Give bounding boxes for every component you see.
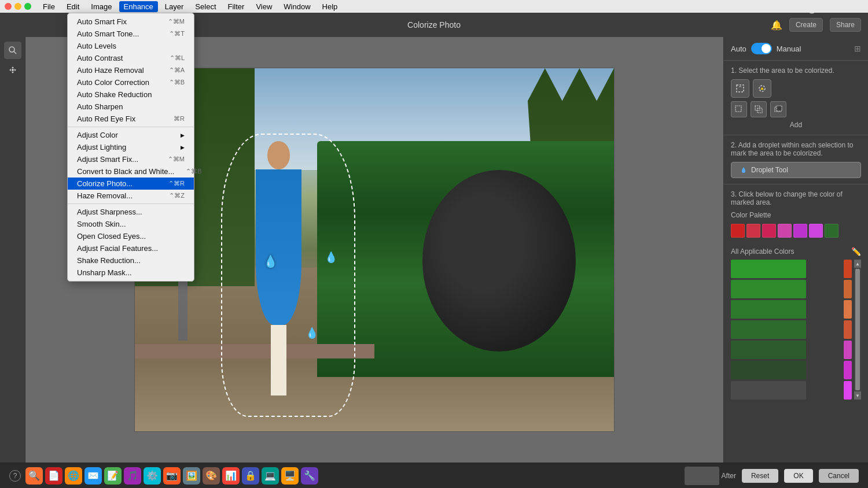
- menu-adjust-smart-fix[interactable]: Adjust Smart Fix... ⌃⌘M: [68, 153, 194, 165]
- reset-button[interactable]: Reset: [742, 469, 778, 483]
- dock-app3[interactable]: ✉️: [84, 467, 102, 485]
- create-button[interactable]: Create: [789, 18, 823, 32]
- color-bar-5[interactable]: [731, 341, 806, 359]
- sel-add[interactable]: [751, 101, 767, 117]
- menu-edit[interactable]: Edit: [62, 1, 84, 12]
- swatch-purple[interactable]: [793, 224, 807, 238]
- svg-point-2: [12, 69, 14, 71]
- side-color-1[interactable]: [844, 260, 852, 278]
- move-tool[interactable]: [4, 61, 21, 79]
- minimize-button[interactable]: [14, 3, 21, 10]
- menu-file[interactable]: File: [38, 1, 60, 12]
- close-button[interactable]: [5, 3, 12, 10]
- menu-adjust-sharpness[interactable]: Adjust Sharpness...: [68, 206, 194, 218]
- menu-filter[interactable]: Filter: [223, 1, 249, 12]
- dock-app1[interactable]: 📄: [45, 467, 62, 485]
- color-bar-1[interactable]: [731, 260, 806, 278]
- dock-app8[interactable]: 🖼️: [183, 467, 200, 485]
- color-bar-7[interactable]: [731, 381, 806, 400]
- dock-app9[interactable]: 🎨: [203, 467, 220, 485]
- selection-tool-1[interactable]: [731, 79, 749, 98]
- dock-app7[interactable]: 📷: [163, 467, 181, 485]
- menu-auto-shake[interactable]: Auto Shake Reduction: [68, 88, 194, 101]
- menu-auto-haze[interactable]: Auto Haze Removal ⌃⌘A: [68, 64, 194, 76]
- dock-app5[interactable]: 🎵: [124, 467, 141, 485]
- menu-view[interactable]: View: [251, 1, 277, 12]
- color-scrollbar[interactable]: ▲ ▼: [854, 260, 861, 400]
- menu-colorize-photo[interactable]: Colorize Photo... ⌃⌘R: [68, 178, 194, 190]
- menu-auto-red-eye[interactable]: Auto Red Eye Fix ⌘R: [68, 113, 194, 125]
- dock-app4[interactable]: 📝: [104, 467, 122, 485]
- scroll-down-arrow[interactable]: ▼: [854, 391, 861, 400]
- menu-auto-sharpen[interactable]: Auto Sharpen: [68, 101, 194, 113]
- dock-app6[interactable]: ⚙️: [144, 467, 161, 485]
- maximize-button[interactable]: [24, 3, 31, 10]
- menu-shake-reduction[interactable]: Shake Reduction...: [68, 254, 194, 267]
- side-color-3[interactable]: [844, 300, 852, 319]
- auto-label: Auto: [731, 45, 746, 53]
- selection-tool-2[interactable]: [753, 79, 771, 98]
- menu-layer[interactable]: Layer: [160, 1, 189, 12]
- menu-adjust-color[interactable]: Adjust Color: [68, 129, 194, 141]
- mode-toggle[interactable]: [751, 43, 772, 54]
- menu-window[interactable]: Window: [279, 1, 315, 12]
- swatch-magenta[interactable]: [778, 224, 792, 238]
- menu-enhance[interactable]: Enhance: [119, 1, 158, 12]
- swatch-pink[interactable]: [746, 224, 760, 238]
- side-color-4[interactable]: [844, 320, 852, 339]
- swatch-rose[interactable]: [762, 224, 776, 238]
- search-tool[interactable]: [4, 42, 21, 59]
- menu-open-eyes[interactable]: Open Closed Eyes...: [68, 230, 194, 242]
- color-bar-4[interactable]: [731, 320, 806, 339]
- menu-adjust-lighting[interactable]: Adjust Lighting: [68, 141, 194, 153]
- share-button[interactable]: Share: [830, 18, 861, 32]
- side-color-6[interactable]: [844, 361, 852, 379]
- panel-expand-icon[interactable]: ⊞: [854, 44, 861, 53]
- swatch-violet[interactable]: [809, 224, 823, 238]
- dock-finder[interactable]: 🔍: [25, 467, 43, 485]
- menu-auto-smart-tone[interactable]: Auto Smart Tone... ⌃⌘T: [68, 28, 194, 40]
- droplet-tool-button[interactable]: Droplet Tool: [731, 162, 861, 178]
- scroll-up-arrow[interactable]: ▲: [854, 260, 861, 268]
- page-title: Colorize Photo: [407, 20, 461, 29]
- menu-auto-color[interactable]: Auto Color Correction ⌃⌘B: [68, 76, 194, 88]
- svg-line-1: [14, 51, 16, 54]
- figure-dress: [256, 169, 301, 325]
- ok-button[interactable]: OK: [784, 469, 812, 483]
- side-color-5[interactable]: [844, 341, 852, 359]
- dock-app11[interactable]: 🔒: [242, 467, 259, 485]
- bell-icon[interactable]: 🔔: [771, 20, 782, 31]
- dock-app10[interactable]: 📊: [222, 467, 240, 485]
- swatch-green[interactable]: [825, 224, 838, 238]
- manual-label: Manual: [777, 45, 801, 53]
- menu-smooth-skin[interactable]: Smooth Skin...: [68, 218, 194, 230]
- cancel-button[interactable]: Cancel: [819, 469, 859, 483]
- menu-help[interactable]: Help: [318, 1, 343, 12]
- dock-app14[interactable]: 🔧: [301, 467, 318, 485]
- menu-unsharp-mask[interactable]: Unsharp Mask...: [68, 267, 194, 279]
- dock-app2[interactable]: 🌐: [65, 467, 82, 485]
- color-bar-3[interactable]: [731, 300, 806, 319]
- sel-new[interactable]: [731, 101, 747, 117]
- side-color-7[interactable]: [844, 381, 852, 400]
- dock-app13[interactable]: 🖥️: [281, 467, 299, 485]
- side-color-2[interactable]: [844, 280, 852, 298]
- menu-auto-levels[interactable]: Auto Levels: [68, 40, 194, 52]
- menu-convert-bw[interactable]: Convert to Black and White... ⌃⌘B: [68, 165, 194, 178]
- menu-adjust-facial[interactable]: Adjust Facial Features...: [68, 242, 194, 254]
- edit-colors-icon[interactable]: ✏️: [851, 247, 861, 256]
- help-button[interactable]: ?: [9, 470, 21, 482]
- sel-subtract[interactable]: [770, 101, 786, 117]
- menu-select[interactable]: Select: [190, 1, 220, 12]
- add-button[interactable]: Add: [731, 121, 861, 129]
- swatch-red[interactable]: [731, 224, 745, 238]
- bottom-left: ? 🔍 📄 🌐 ✉️ 📝 🎵 ⚙️ 📷 🖼️ 🎨 📊 🔒 💻 🖥️ 🔧: [9, 467, 318, 485]
- scroll-thumb[interactable]: [855, 269, 860, 390]
- dock-app12[interactable]: 💻: [262, 467, 279, 485]
- menu-image[interactable]: Image: [86, 1, 116, 12]
- color-bar-6[interactable]: [731, 361, 806, 379]
- menu-auto-contrast[interactable]: Auto Contrast ⌃⌘L: [68, 52, 194, 64]
- menu-haze-removal[interactable]: Haze Removal... ⌃⌘Z: [68, 190, 194, 202]
- menu-auto-smart-fix[interactable]: Auto Smart Fix ⌃⌘M: [68, 16, 194, 28]
- color-bar-2[interactable]: [731, 280, 806, 298]
